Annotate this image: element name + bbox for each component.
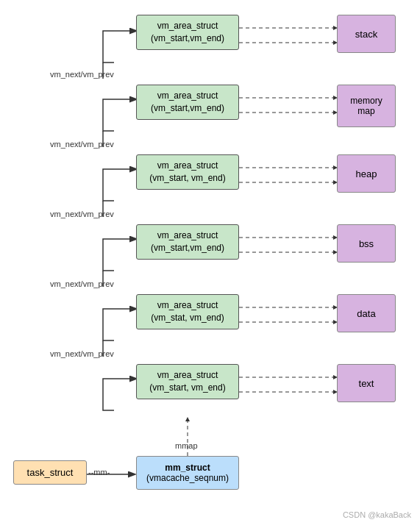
data-label: data xyxy=(357,308,375,319)
bss-label: bss xyxy=(359,238,374,249)
vm-box-2-line1: vm_area_struct xyxy=(157,90,218,101)
vm-box-2: vm_area_struct (vm_start,vm_end) xyxy=(136,85,239,120)
mm-label: --mm- xyxy=(88,468,110,477)
seg-box-heap: heap xyxy=(337,154,396,193)
vm-box-5: vm_area_struct (vm_stat, vm_end) xyxy=(136,294,239,329)
seg-box-text: text xyxy=(337,364,396,402)
vm-box-4-line2: (vm_start,vm_end) xyxy=(151,243,224,253)
task-struct-box: task_struct xyxy=(13,460,87,485)
link-label-2: vm_next/vm_prev xyxy=(50,140,114,149)
heap-label: heap xyxy=(356,168,377,179)
mm-struct-line2: (vmacache_seqnum) xyxy=(143,473,232,483)
vm-box-1: vm_area_struct (vm_start,vm_end) xyxy=(136,15,239,50)
vm-box-3-line1: vm_area_struct xyxy=(157,160,218,171)
link-label-4: vm_next/vm_prev xyxy=(50,279,114,288)
mmap-label: mmap xyxy=(175,441,198,450)
vm-box-6-line2: (vm_start, vm_end) xyxy=(149,382,225,393)
memory-map-label: memory map xyxy=(350,96,382,116)
stack-label: stack xyxy=(355,29,377,40)
link-label-1: vm_next/vm_prev xyxy=(50,70,114,79)
text-label: text xyxy=(359,378,374,389)
seg-box-memory-map: memory map xyxy=(337,85,396,127)
vm-box-6-line1: vm_area_struct xyxy=(157,370,218,380)
link-label-3: vm_next/vm_prev xyxy=(50,210,114,218)
vm-box-5-line1: vm_area_struct xyxy=(157,300,218,310)
seg-box-bss: bss xyxy=(337,224,396,263)
vm-box-3-line2: (vm_start, vm_end) xyxy=(149,173,225,183)
mm-struct-line1: mm_struct xyxy=(143,463,232,473)
vm-box-1-line1: vm_area_struct xyxy=(157,21,218,31)
vm-box-4-line1: vm_area_struct xyxy=(157,230,218,240)
vm-box-6: vm_area_struct (vm_start, vm_end) xyxy=(136,364,239,399)
vm-box-2-line2: (vm_start,vm_end) xyxy=(151,103,224,113)
vm-box-5-line2: (vm_stat, vm_end) xyxy=(151,313,224,323)
seg-box-stack: stack xyxy=(337,15,396,53)
diagram-container: vm_area_struct (vm_start,vm_end) vm_area… xyxy=(0,0,420,528)
task-struct-label: task_struct xyxy=(27,467,74,478)
arrows-svg xyxy=(0,0,420,528)
vm-box-3: vm_area_struct (vm_start, vm_end) xyxy=(136,154,239,190)
watermark: CSDN @kakaBack xyxy=(343,510,411,519)
vm-box-1-line2: (vm_start,vm_end) xyxy=(151,33,224,43)
link-label-5: vm_next/vm_prev xyxy=(50,349,114,358)
seg-box-data: data xyxy=(337,294,396,332)
vm-box-4: vm_area_struct (vm_start,vm_end) xyxy=(136,224,239,260)
mm-struct-box: mm_struct (vmacache_seqnum) xyxy=(136,456,239,490)
